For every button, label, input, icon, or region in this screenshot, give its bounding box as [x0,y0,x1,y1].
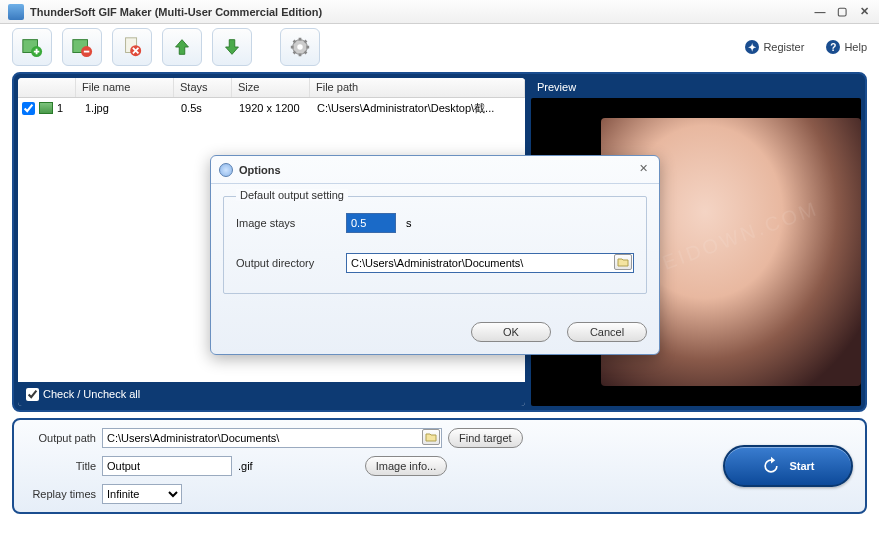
refresh-icon [761,456,781,476]
default-output-fieldset: Default output setting Image stays s Out… [223,196,647,294]
row-filename: 1.jpg [85,102,181,114]
check-all-bar: Check / Uncheck all [18,382,525,406]
remove-image-button[interactable] [62,28,102,66]
row-checkbox[interactable] [22,102,35,115]
move-down-button[interactable] [212,28,252,66]
browse-directory-button[interactable] [614,254,632,270]
dialog-titlebar[interactable]: Options ✕ [211,156,659,184]
toolbar: ✦ Register ? Help [0,24,879,70]
col-size[interactable]: Size [232,78,310,97]
help-link[interactable]: ? Help [826,40,867,54]
row-size: 1920 x 1200 [239,102,317,114]
ok-button[interactable]: OK [471,322,551,342]
table-row[interactable]: 1 1.jpg 0.5s 1920 x 1200 C:\Users\Admini… [18,98,525,118]
check-all-checkbox[interactable] [26,388,39,401]
add-image-button[interactable] [12,28,52,66]
replay-times-select[interactable]: Infinite [102,484,182,504]
browse-output-button[interactable] [422,429,440,445]
settings-button[interactable] [280,28,320,66]
row-path: C:\Users\Administrator\Desktop\截... [317,101,521,116]
row-number: 1 [57,102,85,114]
replay-times-label: Replay times [26,488,96,500]
image-stays-label: Image stays [236,217,336,229]
folder-icon [425,432,437,442]
output-path-input[interactable] [102,428,442,448]
image-plus-icon [21,36,43,58]
image-stays-input[interactable] [346,213,396,233]
close-button[interactable]: ✕ [857,5,871,19]
output-directory-label: Output directory [236,257,336,269]
delete-file-button[interactable] [112,28,152,66]
image-info-button[interactable]: Image info... [365,456,448,476]
arrow-up-icon [171,36,193,58]
start-label: Start [789,460,814,472]
dialog-icon [219,163,233,177]
maximize-button[interactable]: ▢ [835,5,849,19]
preview-label: Preview [531,78,861,98]
find-target-button[interactable]: Find target [448,428,523,448]
output-path-label: Output path [26,432,96,444]
dialog-title: Options [239,164,635,176]
file-list-header: File name Stays Size File path [18,78,525,98]
row-stays: 0.5s [181,102,239,114]
options-dialog: Options ✕ Default output setting Image s… [210,155,660,355]
file-delete-icon [121,36,143,58]
svg-point-7 [297,44,303,50]
col-check[interactable] [18,78,76,97]
titlebar: ThunderSoft GIF Maker (Multi-User Commer… [0,0,879,24]
register-label: Register [763,41,804,53]
gif-extension-label: .gif [238,460,253,472]
minimize-button[interactable]: — [813,5,827,19]
dialog-close-button[interactable]: ✕ [635,162,651,178]
col-filepath[interactable]: File path [310,78,525,97]
folder-icon [617,257,629,267]
title-label: Title [26,460,96,472]
check-all-label: Check / Uncheck all [43,388,140,400]
fieldset-legend: Default output setting [236,189,348,201]
register-icon: ✦ [745,40,759,54]
register-link[interactable]: ✦ Register [745,40,804,54]
bottom-panel: Output path Find target Title .gif Image… [12,418,867,514]
help-label: Help [844,41,867,53]
col-filename[interactable]: File name [76,78,174,97]
help-icon: ? [826,40,840,54]
arrow-down-icon [221,36,243,58]
move-up-button[interactable] [162,28,202,66]
title-input[interactable] [102,456,232,476]
output-directory-input[interactable] [346,253,634,273]
app-title: ThunderSoft GIF Maker (Multi-User Commer… [30,6,813,18]
cancel-button[interactable]: Cancel [567,322,647,342]
app-icon [8,4,24,20]
image-minus-icon [71,36,93,58]
gear-icon [289,36,311,58]
start-button[interactable]: Start [723,445,853,487]
row-thumb-icon [39,102,53,114]
col-stays[interactable]: Stays [174,78,232,97]
seconds-label: s [406,217,412,229]
